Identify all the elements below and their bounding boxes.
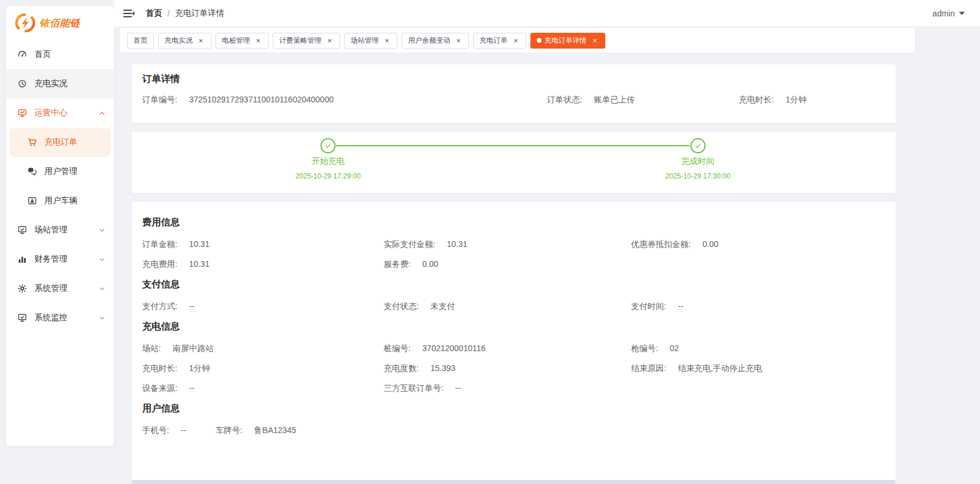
station-monitor-icon [18,225,27,235]
field: 支付状态:未支付 [383,300,631,313]
sidebar-item-label: 用户管理 [44,166,77,177]
section-title: 用户信息 [142,402,885,415]
step-title: 开始充电 [296,156,361,167]
close-icon[interactable]: × [197,36,205,44]
detail-section-2: 充电信息场站:南屏中路站桩编号:37021200010116枪编号:02充电时长… [142,320,885,394]
field-row: 设备来源:--三方互联订单号:-- [142,382,885,394]
sidebar-item-label: 场站管理 [35,225,67,235]
collapse-sidebar-icon[interactable] [123,9,135,18]
field-label: 优惠券抵扣金额: [631,238,691,250]
tab-home[interactable]: 首页 [127,33,154,49]
tab-label: 充电订单详情 [544,36,587,46]
order-fields: 订单编号:37251029172937110010116020400000订单状… [142,95,885,105]
field-value: 未支付 [430,300,455,313]
tab-balance-changes[interactable]: 用户余额变动× [402,33,469,49]
caret-down-icon [959,12,965,15]
field-value: -- [189,382,194,394]
close-icon[interactable]: × [325,36,334,44]
sidebar-item-charging-live[interactable]: 充电实况 [6,69,114,98]
chevron-down-icon [99,256,105,263]
tabs-bar: 首页充电实况×电桩管理×计费策略管理×场站管理×用户余额变动×充电订单×充电订单… [120,28,915,53]
field-value: 37021200010116 [422,342,485,355]
cart-icon [28,138,37,147]
field: 车牌号:鲁BA12345 [215,424,296,437]
vehicle-card-icon [28,196,37,205]
field-value: -- [455,382,460,394]
close-icon[interactable]: × [454,36,462,44]
top-header: 首页 / 充电订单详情 admin [114,0,980,26]
section-title: 支付信息 [142,278,885,291]
field-value: 结束充电,手动停止充电 [678,362,762,375]
close-icon[interactable]: × [591,36,599,44]
field-label: 订单状态: [547,95,582,105]
field-value: 15.393 [430,362,455,375]
tab-label: 充电实况 [165,36,193,46]
chevron-down-icon [99,286,105,292]
sidebar: 铱佰能链 首页充电实况运营中心充电订单用户管理用户车辆场站管理财务管理系统管理系… [6,6,114,446]
close-icon[interactable]: × [512,36,520,44]
section-title: 费用信息 [142,216,885,229]
step-title: 完成时间 [665,156,730,167]
sidebar-item-user-vehicles[interactable]: 用户车辆 [6,186,114,215]
sidebar-item-home[interactable]: 首页 [6,40,114,69]
tab-label: 电桩管理 [222,36,250,46]
detail-card: 费用信息订单金额:10.31实际支付金额:10.31优惠券抵扣金额:0.00充电… [132,202,896,484]
step-time: 2025-10-29 17:29:00 [296,172,361,180]
sidebar-item-operations-center[interactable]: 运营中心 [6,98,114,128]
field-value: 10.31 [189,238,210,250]
bar-chart-icon [18,255,27,264]
field-row: 场站:南屏中路站桩编号:37021200010116枪编号:02 [142,342,885,355]
timeline-steps: 开始充电2025-10-29 17:29:00完成时间2025-10-29 17… [132,132,896,193]
sidebar-item-finance-management[interactable]: 财务管理 [6,245,114,274]
sidebar-item-charging-orders[interactable]: 充电订单 [9,128,111,157]
field-label: 三方互联订单号: [383,382,443,394]
field-value: 1分钟 [189,362,210,375]
breadcrumb-separator: / [167,9,170,18]
horizontal-scrollbar[interactable] [132,480,896,484]
sidebar-item-system-monitoring[interactable]: 系统监控 [6,303,114,332]
order-detail-card: 订单详情 订单编号:372510291729371100101160204000… [132,64,896,123]
close-icon[interactable]: × [383,36,391,44]
dashboard-icon [18,50,27,59]
field: 充电时长:1分钟 [142,362,383,375]
field-value: -- [181,424,186,437]
field: 支付方式:-- [142,300,383,313]
field-row: 充电费用:10.31服务费:0.00 [142,258,885,270]
tab-pile-management[interactable]: 电桩管理× [215,33,269,49]
detail-section-0: 费用信息订单金额:10.31实际支付金额:10.31优惠券抵扣金额:0.00充电… [142,216,885,270]
close-icon[interactable]: × [254,36,262,44]
sidebar-item-label: 首页 [35,49,51,60]
tab-billing-strategy[interactable]: 计费策略管理× [273,33,340,49]
field-label: 车牌号: [215,424,242,437]
field: 充电度数:15.393 [383,362,631,375]
tab-label: 场站管理 [351,36,379,46]
field-label: 订单金额: [142,238,177,250]
user-menu[interactable]: admin [933,9,965,18]
sidebar-item-label: 系统管理 [35,283,67,294]
chevron-up-icon [99,110,105,116]
tab-charging-orders[interactable]: 充电订单× [473,33,526,49]
tab-label: 首页 [133,36,148,46]
order-card-title: 订单详情 [142,73,885,85]
chevron-down-icon [99,227,105,234]
sidebar-item-system-management[interactable]: 系统管理 [6,274,114,303]
breadcrumb-home[interactable]: 首页 [146,8,162,19]
field: 枪编号:02 [631,342,885,355]
operations-icon [18,108,27,118]
field-label: 充电时长: [142,362,177,375]
timeline-connector [336,145,690,146]
timeline-step: 开始充电2025-10-29 17:29:00 [296,138,361,180]
field-value: 10.31 [447,238,467,250]
field-label: 桩编号: [383,342,410,355]
field: 充电费用:10.31 [142,258,383,270]
field-label: 服务费: [383,258,410,270]
field: 订单金额:10.31 [142,238,383,250]
tab-charging-live[interactable]: 充电实况× [158,33,211,49]
field-row: 充电时长:1分钟充电度数:15.393结束原因:结束充电,手动停止充电 [142,362,885,375]
tab-order-detail[interactable]: 充电订单详情× [530,33,605,49]
sidebar-item-user-management[interactable]: 用户管理 [6,157,114,186]
field-label: 支付方式: [142,300,177,313]
tab-station-management[interactable]: 场站管理× [344,33,398,49]
field: 服务费:0.00 [383,258,631,270]
sidebar-item-station-management[interactable]: 场站管理 [6,215,114,245]
